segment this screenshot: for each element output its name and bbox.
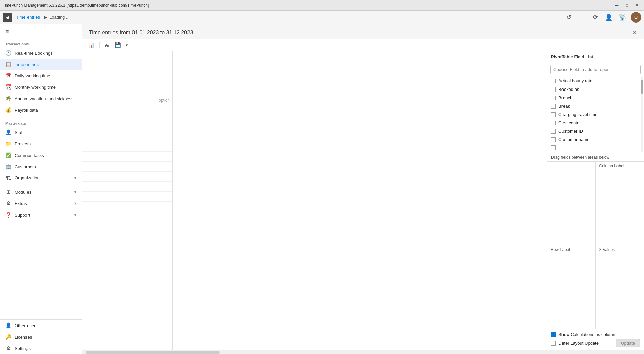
sidebar-item-annual-vacation[interactable]: 🌴 Annual vacation -and sickness	[0, 93, 82, 104]
settings-icon: ⚙	[5, 345, 11, 351]
modules-icon: ⊞	[5, 189, 11, 195]
titlebar-title: TimePunch Management 5.3.226.1 [https://…	[3, 3, 149, 8]
sidebar-item-label: Support	[15, 213, 30, 218]
nav-back-button[interactable]: ◀	[3, 13, 12, 22]
pivot-checkbox[interactable]	[551, 137, 556, 142]
sidebar-item-extras[interactable]: ⚙ Extras ▾	[0, 198, 82, 209]
sidebar-item-label: Modules	[15, 190, 31, 195]
sidebar-item-staff[interactable]: 👤 Staff	[0, 127, 82, 138]
row-line	[82, 121, 172, 131]
sidebar-item-licenses[interactable]: 🔑 Licenses	[0, 331, 82, 343]
pivot-checkbox[interactable]	[551, 129, 556, 134]
top-toolbar: ◀ Time entries ▶ Loading ... ↺ ≡ ⟳ 👤 📡 U	[0, 11, 644, 24]
pivot-checkbox[interactable]	[551, 112, 556, 117]
layout-button[interactable]: ≡	[577, 12, 587, 22]
print-button[interactable]: 🖨	[102, 41, 111, 49]
pivot-field-branch[interactable]: Branch	[547, 94, 644, 102]
master-data-section-label: Master data	[0, 119, 82, 127]
pivot-field-cost-center[interactable]: Cost center	[547, 119, 644, 127]
payroll-icon: 💰	[5, 107, 11, 113]
sidebar-item-real-time-bookings[interactable]: 🕐 Real-time Bookings	[0, 47, 82, 59]
licenses-icon: 🔑	[5, 334, 11, 340]
sidebar-item-label: Monthly working time	[15, 85, 56, 90]
sidebar-item-payroll-data[interactable]: 💰 Payroll data	[0, 104, 82, 116]
maximize-button[interactable]: □	[623, 2, 631, 9]
loading-text: Loading ...	[49, 15, 70, 20]
sidebar-item-label: Settings	[15, 346, 31, 351]
save-button[interactable]: 💾	[113, 41, 123, 49]
sidebar-item-label: Common tasks	[15, 153, 44, 158]
sidebar-item-support[interactable]: ❓ Support ▾	[0, 209, 82, 221]
save-icon: 💾	[115, 42, 121, 48]
show-calculations-checkbox[interactable]	[551, 332, 556, 337]
horizontal-scrollbar[interactable]	[82, 350, 644, 354]
sidebar-item-label: Organization	[15, 175, 40, 180]
pivot-field-customer-name[interactable]: Customer name	[547, 135, 644, 144]
pivot-checkbox[interactable]	[551, 145, 556, 150]
other-user-icon: 👤	[5, 322, 11, 329]
refresh-button[interactable]: ↺	[564, 12, 574, 22]
pivot-checkbox[interactable]	[551, 79, 556, 83]
pivot-field-break[interactable]: Break	[547, 102, 644, 110]
sidebar-item-customers[interactable]: 🏢 Customers	[0, 161, 82, 172]
sidebar-item-common-tasks[interactable]: ✅ Common tasks	[0, 150, 82, 161]
row-line	[82, 61, 172, 71]
staff-icon: 👤	[5, 129, 11, 135]
pivot-checkbox[interactable]	[551, 96, 556, 100]
sidebar-item-organization[interactable]: 🏗 Organization ▾	[0, 172, 82, 183]
defer-layout-checkbox[interactable]	[551, 341, 556, 346]
field-label: Actual hourly rate	[558, 78, 592, 83]
sidebar-item-monthly-working-time[interactable]: 📆 Monthly working time	[0, 81, 82, 93]
pivot-field-list-panel: PivotTable Field List Actual hourly rate…	[547, 51, 644, 350]
main-layout: ≡ Transactional 🕐 Real-time Bookings 📋 T…	[0, 24, 644, 354]
row-line	[82, 141, 172, 152]
projects-icon: 📁	[5, 141, 11, 147]
sidebar-item-time-entries[interactable]: 📋 Time entries	[0, 59, 82, 70]
row-line	[82, 71, 172, 81]
pivot-search-input[interactable]	[550, 65, 641, 74]
pivot-checkbox[interactable]	[551, 87, 556, 92]
sidebar-item-settings[interactable]: ⚙ Settings	[0, 343, 82, 354]
field-label: Booked as	[558, 87, 579, 92]
pivot-field-actual-hourly-rate[interactable]: Actual hourly rate	[547, 77, 644, 85]
show-calculations-item: Show Calculations as column	[551, 332, 640, 337]
sync-button[interactable]: ⟳	[590, 12, 600, 22]
pivot-checkbox[interactable]	[551, 104, 556, 109]
save-dropdown-button[interactable]: ▾	[124, 41, 129, 49]
export-excel-button[interactable]: 📊	[86, 41, 97, 49]
avatar[interactable]: U	[631, 12, 641, 23]
breadcrumb-time-entries[interactable]: Time entries	[16, 15, 40, 20]
sidebar-item-modules[interactable]: ⊞ Modules ▾	[0, 186, 82, 198]
sidebar-menu-button[interactable]: ≡	[0, 24, 82, 39]
toolbar-separator-1	[99, 42, 100, 48]
sidebar-item-projects[interactable]: 📁 Projects	[0, 138, 82, 150]
field-label: Charging travel time	[558, 112, 597, 117]
pivot-areas: Column Label Row Label Values	[547, 161, 644, 329]
report-close-button[interactable]: ✕	[632, 29, 637, 36]
pivot-area-column-label: Column Label	[596, 161, 644, 245]
pivot-field-customer-id[interactable]: Customer ID	[547, 127, 644, 135]
pivot-field-partial[interactable]	[547, 144, 644, 152]
row-line	[82, 192, 172, 202]
minimize-button[interactable]: ─	[612, 2, 621, 9]
pivot-field-charging-travel-time[interactable]: Charging travel time	[547, 110, 644, 119]
pivot-update-button[interactable]: Update	[616, 339, 640, 347]
back-arrow-icon: ◀	[6, 15, 9, 20]
tasks-icon: ✅	[5, 152, 11, 158]
sidebar-item-daily-working-time[interactable]: 📅 Daily working time	[0, 70, 82, 81]
titlebar-close-button[interactable]: ✕	[633, 2, 641, 9]
sidebar-item-label: Annual vacation -and sickness	[15, 96, 74, 101]
pivot-scrollbar[interactable]	[641, 77, 643, 152]
sidebar-item-other-user[interactable]: 👤 Other user	[0, 320, 82, 331]
rss-button[interactable]: 📡	[617, 12, 627, 22]
pivot-fields-list: Actual hourly rate Booked as Branch Brea…	[547, 77, 644, 152]
titlebar: TimePunch Management 5.3.226.1 [https://…	[0, 0, 644, 11]
pivot-checkbox[interactable]	[551, 121, 556, 125]
row-line	[82, 242, 172, 252]
pivot-field-booked-as[interactable]: Booked as	[547, 85, 644, 94]
sidebar-item-label: Daily working time	[15, 73, 50, 78]
pivot-drag-section: Drag fields between areas below:	[547, 152, 644, 161]
user-button[interactable]: 👤	[604, 12, 614, 22]
row-line	[82, 172, 172, 182]
pivot-panel-header: PivotTable Field List	[547, 51, 644, 62]
